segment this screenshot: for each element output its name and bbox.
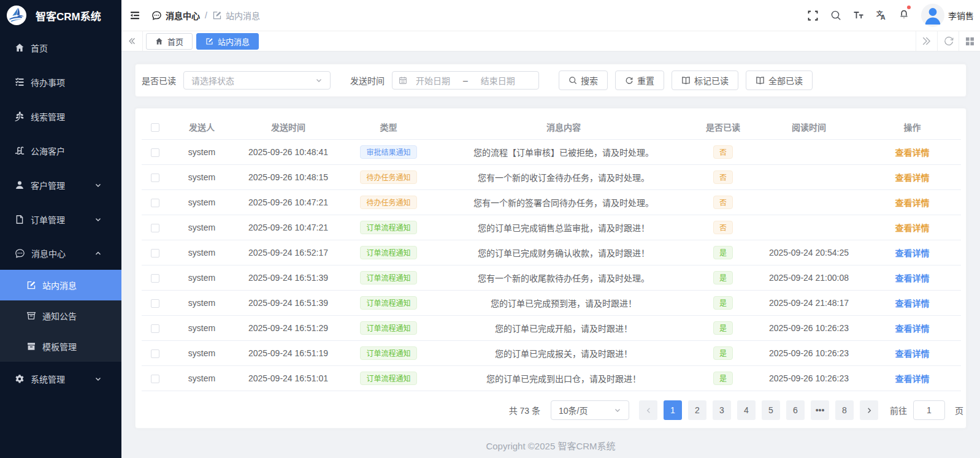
svg-text:A: A	[880, 13, 885, 21]
